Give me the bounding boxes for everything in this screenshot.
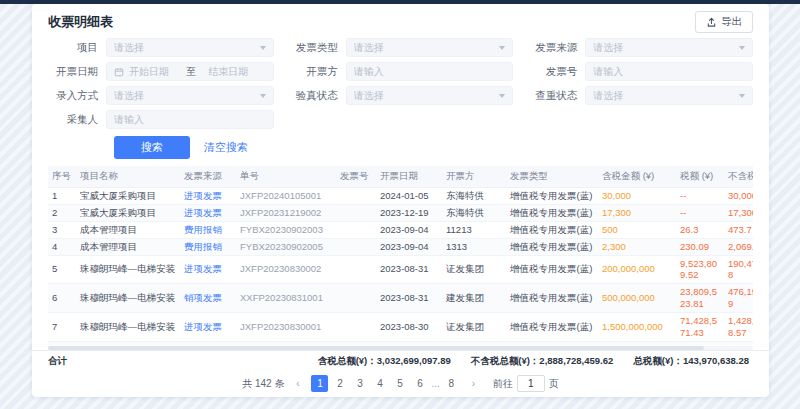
cell-invoice-no xyxy=(336,188,376,205)
goto-suffix: 页 xyxy=(549,377,559,391)
summary-tax-incl-value: 3,032,699,097.89 xyxy=(377,355,451,366)
entry-method-select[interactable]: 请选择 xyxy=(106,86,274,105)
cell-invoice-no xyxy=(336,255,376,284)
filter-field-invoice-source: 发票来源请选择 xyxy=(527,38,753,57)
column-header: 开票日期 xyxy=(376,166,442,188)
export-button[interactable]: 导出 xyxy=(695,11,753,33)
column-header: 开票方 xyxy=(442,166,506,188)
filter-label: 录入方式 xyxy=(48,89,106,103)
cell-source[interactable]: 进项发票 xyxy=(180,204,236,221)
chevron-down-icon xyxy=(499,94,505,98)
filter-field-issuer: 开票方 xyxy=(288,62,514,81)
pagination-ellipsis: ... xyxy=(431,375,439,392)
export-label: 导出 xyxy=(721,15,742,29)
invoice-no-input[interactable] xyxy=(585,62,753,81)
cell-source[interactable]: 进项发票 xyxy=(180,313,236,342)
page-button-6[interactable]: 6 xyxy=(411,375,428,392)
column-header: 序号 xyxy=(48,166,76,188)
cell-source[interactable]: 费用报销 xyxy=(180,221,236,238)
cell-tax: 230.09 xyxy=(676,238,724,255)
cell-project: 珠穆朗玛峰—电梯安装 xyxy=(76,284,180,313)
collector-input[interactable] xyxy=(106,110,274,129)
cell-net: 476,190,476.19 xyxy=(724,284,753,313)
page-button-3[interactable]: 3 xyxy=(351,375,368,392)
cell-type: 增值税专用发票(蓝) xyxy=(506,284,598,313)
cell-amount: 500,000,000 xyxy=(598,284,676,313)
goto-page-input[interactable] xyxy=(517,375,545,392)
pagination-total: 共 142 条 xyxy=(242,377,284,391)
prev-page-button[interactable]: ‹ xyxy=(289,375,306,392)
page-button-8[interactable]: 8 xyxy=(443,375,460,392)
cell-source[interactable]: 销项发票 xyxy=(180,284,236,313)
filter-field-invoice-date: 开票日期开始日期至结束日期 xyxy=(48,62,274,81)
cell-no: 4 xyxy=(48,238,76,255)
invoice-source-select[interactable]: 请选择 xyxy=(585,38,753,57)
page-button-1[interactable]: 1 xyxy=(311,375,328,392)
issuer-input[interactable] xyxy=(346,62,514,81)
filter-field-invoice-no: 发票号 xyxy=(527,62,753,81)
goto-prefix: 前往 xyxy=(493,377,513,391)
cell-invoice-no xyxy=(336,313,376,342)
cell-project: 宝威大厦采购项目 xyxy=(76,188,180,205)
page-numbers: 123456...8 xyxy=(311,375,459,392)
cell-amount: 200,000,000 xyxy=(598,255,676,284)
cell-date: 2023-09-04 xyxy=(376,238,442,255)
invoice-table: 序号项目名称发票来源单号发票号开票日期开票方发票类型含税金额 (¥)税额 (¥)… xyxy=(48,166,753,345)
cell-source[interactable]: 进项发票 xyxy=(180,341,236,345)
cell-no: 2 xyxy=(48,204,76,221)
cell-date: 2024-01-05 xyxy=(376,188,442,205)
cell-tax: 9,523,809.52 xyxy=(676,255,724,284)
cell-net: 2,069.91 xyxy=(724,238,753,255)
invoice-date-range[interactable]: 开始日期至结束日期 xyxy=(106,62,274,81)
next-page-button[interactable]: › xyxy=(465,375,482,392)
cell-tax: 23,809,523.81 xyxy=(676,284,724,313)
filter-field-verify-status: 验真状态请选择 xyxy=(288,86,514,105)
cell-tax: -- xyxy=(676,204,724,221)
export-icon xyxy=(706,17,717,28)
cell-net: 1,428,571,428.57 xyxy=(724,313,753,342)
project-select[interactable]: 请选择 xyxy=(106,38,274,57)
cell-type: 增值税专用发票(蓝) xyxy=(506,221,598,238)
filter-label: 开票日期 xyxy=(48,65,106,79)
filter-label: 发票号 xyxy=(527,65,585,79)
summary-tax-incl-label: 含税总额(¥)： xyxy=(318,355,377,366)
dup-check-status-select[interactable]: 请选择 xyxy=(585,86,753,105)
summary-row: 合计 含税总额(¥)：3,032,699,097.89 不含税总额(¥)：2,8… xyxy=(32,350,769,372)
summary-tax-total-value: 143,970,638.28 xyxy=(683,355,749,366)
cell-amount: 30,000 xyxy=(598,188,676,205)
table-row: 5珠穆朗玛峰—电梯安装进项发票JXFP202308300022023-08-31… xyxy=(48,255,753,284)
page-button-5[interactable]: 5 xyxy=(391,375,408,392)
summary-tax-excl-value: 2,888,728,459.62 xyxy=(539,355,613,366)
page-button-2[interactable]: 2 xyxy=(331,375,348,392)
cell-no: 1 xyxy=(48,188,76,205)
cell-order-no: JXFP20240105001 xyxy=(236,188,336,205)
invoice-type-select[interactable]: 请选择 xyxy=(346,38,514,57)
cell-source[interactable]: 费用报销 xyxy=(180,238,236,255)
filter-grid: 项目请选择发票类型请选择发票来源请选择开票日期开始日期至结束日期开票方发票号录入… xyxy=(32,36,769,129)
cell-issuer: 东海特供 xyxy=(442,188,506,205)
filter-label: 发票类型 xyxy=(288,41,346,55)
clear-search-button[interactable]: 清空搜索 xyxy=(204,140,248,155)
filter-field-entry-method: 录入方式请选择 xyxy=(48,86,274,105)
cell-tax: 23,809,523.81 xyxy=(676,341,724,345)
cell-source[interactable]: 进项发票 xyxy=(180,188,236,205)
cell-date: 2023-09-04 xyxy=(376,221,442,238)
panel-header: 收票明细表 导出 xyxy=(32,4,769,36)
filter-label: 开票方 xyxy=(288,65,346,79)
cell-no: 3 xyxy=(48,221,76,238)
cell-amount: 1,500,000,000 xyxy=(598,313,676,342)
cell-invoice-no xyxy=(336,204,376,221)
summary-tax-total: 总税额(¥)：143,970,638.28 xyxy=(633,355,749,368)
page-button-4[interactable]: 4 xyxy=(371,375,388,392)
chevron-down-icon xyxy=(499,46,505,50)
cell-order-no: JXFP20230830003 xyxy=(236,341,336,345)
cell-source[interactable]: 进项发票 xyxy=(180,255,236,284)
cell-type: 增值税专用发票(蓝) xyxy=(506,313,598,342)
search-button[interactable]: 搜索 xyxy=(114,136,190,159)
chevron-down-icon xyxy=(739,94,745,98)
verify-status-select[interactable]: 请选择 xyxy=(346,86,514,105)
filter-field-invoice-type: 发票类型请选择 xyxy=(288,38,514,57)
cell-net: 190,476,190.48 xyxy=(724,255,753,284)
cell-issuer: 证发集团 xyxy=(442,255,506,284)
cell-issuer: 东海特供 xyxy=(442,204,506,221)
